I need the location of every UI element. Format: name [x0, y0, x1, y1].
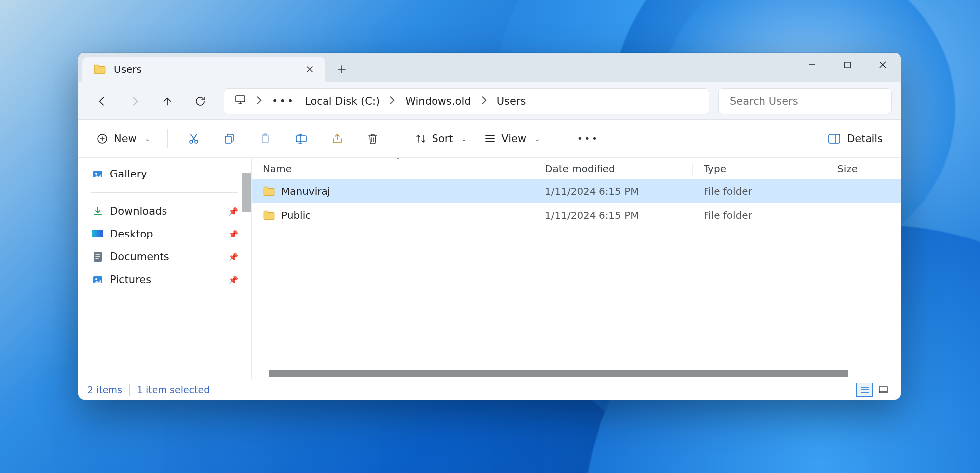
status-bar: 2 items 1 item selected [78, 379, 901, 400]
details-view-toggle[interactable] [856, 383, 873, 397]
view-button-label: View [501, 133, 526, 145]
breadcrumb-root[interactable]: Local Disk (C:) [305, 95, 380, 107]
pictures-icon [91, 273, 104, 286]
svg-rect-18 [879, 387, 887, 393]
titlebar: Users [78, 53, 901, 82]
window-controls [794, 53, 901, 77]
file-date: 1/11/2024 6:15 PM [534, 209, 693, 221]
details-pane-label: Details [847, 133, 883, 145]
view-button[interactable]: View ⌄ [477, 127, 548, 151]
sidebar-item-label: Gallery [110, 168, 147, 180]
svg-point-12 [95, 173, 97, 175]
breadcrumb-part[interactable]: Users [497, 95, 526, 107]
copy-button[interactable] [213, 127, 246, 151]
column-header-name[interactable]: Name [252, 163, 534, 175]
desktop-icon [91, 228, 104, 240]
close-tab-button[interactable] [301, 61, 318, 78]
folder-icon [93, 64, 106, 75]
search-input[interactable] [718, 88, 892, 114]
navbar: ••• Local Disk (C:) Windows.old Users [78, 82, 901, 120]
table-row[interactable]: Manuviraj1/11/2024 6:15 PMFile folder [252, 179, 901, 203]
sort-button[interactable]: Sort ⌄ [407, 127, 475, 151]
horizontal-scrollbar[interactable] [252, 369, 901, 379]
chevron-right-icon[interactable] [481, 95, 487, 107]
svg-rect-10 [829, 134, 840, 143]
sidebar-item-gallery[interactable]: Gallery [78, 163, 251, 185]
pin-icon: 📌 [228, 252, 238, 262]
up-button[interactable] [153, 90, 182, 113]
svg-rect-9 [296, 136, 306, 142]
details-pane-button[interactable]: Details [820, 127, 891, 151]
file-list: Manuviraj1/11/2024 6:15 PMFile folderPub… [252, 179, 901, 369]
delete-button[interactable] [356, 127, 389, 151]
new-button[interactable]: New ⌄ [88, 127, 159, 151]
svg-rect-6 [225, 136, 231, 143]
svg-rect-14 [92, 230, 103, 237]
paste-button[interactable] [248, 127, 282, 151]
back-button[interactable] [87, 90, 117, 113]
column-headers: ⌃ Name Date modified Type Size [252, 158, 901, 179]
documents-icon [91, 250, 104, 263]
this-pc-icon [234, 94, 246, 108]
address-bar[interactable]: ••• Local Disk (C:) Windows.old Users [224, 88, 709, 114]
toolbar: New ⌄ Sort ⌄ View ⌄ [78, 120, 901, 158]
new-button-label: New [114, 133, 137, 145]
file-name: Manuviraj [281, 185, 330, 197]
pin-icon: 📌 [228, 207, 238, 216]
sidebar-item-desktop[interactable]: Desktop 📌 [78, 223, 251, 245]
sidebar-item-documents[interactable]: Documents 📌 [78, 245, 251, 268]
svg-point-17 [95, 278, 97, 280]
sidebar: Gallery Downloads 📌 Desktop 📌 [78, 158, 252, 379]
ellipsis-icon[interactable]: ••• [272, 95, 295, 107]
folder-icon [263, 210, 275, 221]
sidebar-item-label: Downloads [110, 205, 167, 217]
pin-icon: 📌 [228, 230, 238, 239]
column-header-date[interactable]: Date modified [534, 163, 693, 175]
more-button[interactable]: ••• [566, 127, 610, 151]
forward-button[interactable] [120, 90, 150, 113]
rename-button[interactable] [284, 127, 319, 151]
file-type: File folder [693, 209, 826, 221]
maximize-button[interactable] [829, 53, 865, 77]
sidebar-scrollbar[interactable] [242, 173, 251, 212]
sort-asc-icon: ⌃ [395, 157, 401, 164]
sidebar-item-label: Documents [110, 251, 169, 263]
column-header-type[interactable]: Type [693, 163, 826, 175]
cut-button[interactable] [177, 127, 211, 151]
chevron-right-icon[interactable] [256, 95, 262, 107]
chevron-down-icon: ⌄ [461, 135, 467, 143]
gallery-icon [91, 168, 104, 180]
tab-title: Users [114, 63, 293, 75]
sidebar-item-label: Pictures [110, 274, 151, 286]
status-item-count: 2 items [87, 384, 122, 395]
minimize-button[interactable] [794, 53, 829, 77]
chevron-down-icon: ⌄ [534, 135, 540, 143]
content-area: ⌃ Name Date modified Type Size Manuviraj… [252, 158, 901, 379]
tab-users[interactable]: Users [82, 57, 325, 82]
share-button[interactable] [321, 127, 354, 151]
sidebar-item-label: Desktop [110, 228, 153, 240]
sidebar-item-pictures[interactable]: Pictures 📌 [78, 268, 251, 291]
refresh-button[interactable] [185, 90, 215, 113]
pin-icon: 📌 [228, 275, 238, 285]
file-name: Public [281, 209, 311, 221]
svg-rect-1 [236, 96, 245, 102]
sidebar-item-downloads[interactable]: Downloads 📌 [78, 200, 251, 223]
close-window-button[interactable] [865, 53, 901, 77]
thumbnails-view-toggle[interactable] [875, 383, 892, 397]
new-tab-button[interactable] [332, 59, 352, 79]
chevron-down-icon: ⌄ [145, 135, 151, 143]
downloads-icon [91, 205, 104, 218]
table-row[interactable]: Public1/11/2024 6:15 PMFile folder [252, 203, 901, 227]
status-selection: 1 item selected [137, 384, 210, 395]
sort-button-label: Sort [432, 133, 453, 145]
folder-icon [263, 186, 275, 197]
chevron-right-icon[interactable] [389, 95, 395, 107]
breadcrumb-part[interactable]: Windows.old [405, 95, 471, 107]
svg-rect-0 [844, 62, 850, 67]
file-type: File folder [693, 185, 826, 197]
column-header-size[interactable]: Size [826, 163, 901, 175]
file-explorer-window: Users [78, 53, 901, 400]
file-date: 1/11/2024 6:15 PM [534, 185, 693, 197]
